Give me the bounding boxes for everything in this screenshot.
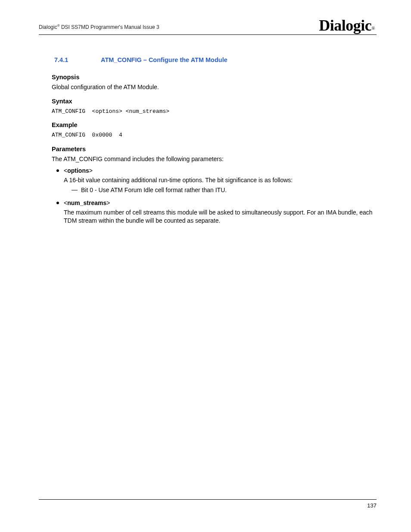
synopsis-text: Global configuration of the ATM Module. xyxy=(52,83,377,92)
parameters-heading: Parameters xyxy=(52,146,377,152)
logo-text: Dialogic xyxy=(319,17,371,34)
example-heading: Example xyxy=(52,121,377,128)
section-number: 7.4.1 xyxy=(54,56,101,63)
page-number: 137 xyxy=(367,502,377,509)
param-name-row: <options> xyxy=(64,167,377,175)
page-header: Dialogic® DSI SS7MD Programmer's Manual … xyxy=(39,0,377,35)
param-desc: The maximum number of cell streams this … xyxy=(64,208,377,225)
content-column: 7.4.1 ATM_CONFIG – Configure the ATM Mod… xyxy=(39,56,377,226)
param-item: ● <num_streams> The maximum number of ce… xyxy=(52,199,377,226)
logo-registered: ® xyxy=(371,25,375,31)
syntax-heading: Syntax xyxy=(52,98,377,105)
param-item: ● <options> A 16-bit value containing ad… xyxy=(52,167,377,196)
param-name: options xyxy=(67,167,89,174)
header-doc-suffix: DSI SS7MD Programmer's Manual Issue 3 xyxy=(60,24,159,30)
section-heading: 7.4.1 ATM_CONFIG – Configure the ATM Mod… xyxy=(52,56,377,63)
example-code: ATM_CONFIG 0x0000 4 xyxy=(52,131,377,140)
page-footer: 137 xyxy=(39,499,377,509)
param-desc: A 16-bit value containing additional run… xyxy=(64,176,377,185)
page: Dialogic® DSI SS7MD Programmer's Manual … xyxy=(0,0,411,532)
dash-icon: — xyxy=(72,186,81,196)
syntax-code: ATM_CONFIG <options> <num_streams> xyxy=(52,107,377,116)
synopsis-heading: Synopsis xyxy=(52,74,377,81)
section-title: ATM_CONFIG – Configure the ATM Module xyxy=(101,56,227,63)
header-doc-prefix: Dialogic xyxy=(39,24,57,30)
bullet-icon: ● xyxy=(52,199,64,226)
param-sub-item: — Bit 0 - Use ATM Forum Idle cell format… xyxy=(64,186,377,196)
brand-logo: Dialogic® xyxy=(319,16,377,34)
header-doc-title: Dialogic® DSI SS7MD Programmer's Manual … xyxy=(39,24,159,33)
param-body: <options> A 16-bit value containing addi… xyxy=(64,167,377,196)
param-name: num_streams xyxy=(67,199,106,206)
param-sub-text: Bit 0 - Use ATM Forum Idle cell format r… xyxy=(81,186,227,195)
bullet-icon: ● xyxy=(52,167,64,196)
parameters-intro: The ATM_CONFIG command includes the foll… xyxy=(52,155,377,164)
param-name-row: <num_streams> xyxy=(64,199,377,208)
param-body: <num_streams> The maximum number of cell… xyxy=(64,199,377,226)
